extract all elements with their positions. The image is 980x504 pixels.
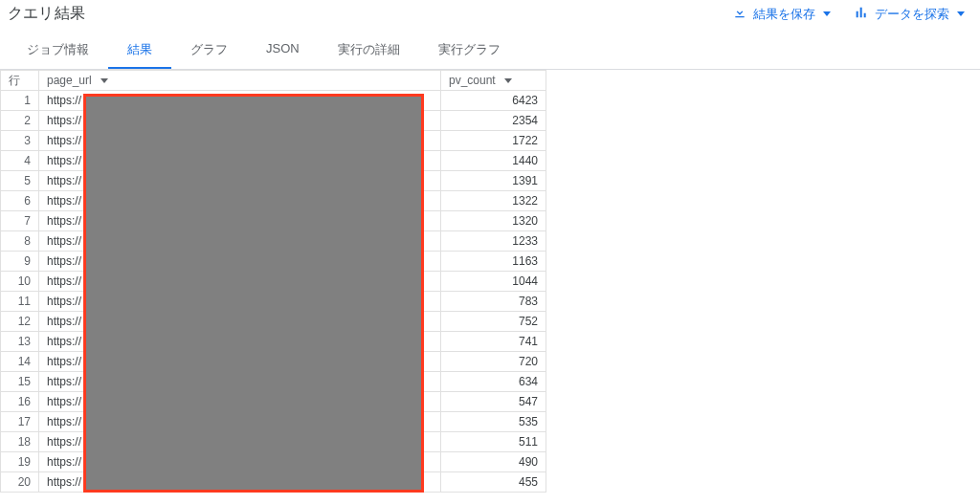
table-row[interactable]: 7https://1320 [1, 211, 546, 231]
col-header-pv-count[interactable]: pv_count [441, 71, 546, 91]
table-row[interactable]: 16https://547 [1, 392, 546, 412]
cell-pv-count: 1322 [441, 191, 546, 211]
results-table-wrap: 行 page_url pv_count 1https://64232https:… [0, 70, 980, 493]
cell-page-url: https:// [39, 412, 441, 432]
save-results-button[interactable]: 結果を保存 [732, 5, 831, 23]
cell-rownum: 13 [1, 332, 39, 352]
cell-rownum: 15 [1, 372, 39, 392]
cell-page-url: https:// [39, 352, 441, 372]
cell-page-url: https:// [39, 191, 441, 211]
col-header-page-url-label: page_url [47, 74, 92, 87]
table-row[interactable]: 10https://1044 [1, 272, 546, 292]
cell-page-url: https:// [39, 151, 441, 171]
chevron-down-icon [823, 11, 831, 16]
cell-rownum: 17 [1, 412, 39, 432]
table-row[interactable]: 14https://720 [1, 352, 546, 372]
table-row[interactable]: 20https://455 [1, 472, 546, 493]
cell-pv-count: 6423 [441, 91, 546, 111]
results-table: 行 page_url pv_count 1https://64232https:… [0, 70, 546, 493]
cell-pv-count: 752 [441, 312, 546, 332]
explore-data-button[interactable]: データを探索 [854, 5, 965, 23]
tab-graph[interactable]: グラフ [171, 32, 247, 69]
result-tabs: ジョブ情報 結果 グラフ JSON 実行の詳細 実行グラフ [0, 32, 980, 70]
cell-rownum: 19 [1, 452, 39, 472]
sort-icon [100, 78, 108, 83]
cell-rownum: 20 [1, 472, 39, 493]
cell-page-url: https:// [39, 252, 441, 272]
cell-rownum: 14 [1, 352, 39, 372]
cell-rownum: 6 [1, 191, 39, 211]
table-row[interactable]: 6https://1322 [1, 191, 546, 211]
table-row[interactable]: 19https://490 [1, 452, 546, 472]
cell-rownum: 10 [1, 272, 39, 292]
chart-icon [854, 5, 869, 23]
cell-pv-count: 741 [441, 332, 546, 352]
cell-pv-count: 1391 [441, 171, 546, 191]
table-row[interactable]: 11https://783 [1, 292, 546, 312]
tab-exec-graph[interactable]: 実行グラフ [419, 32, 520, 69]
cell-pv-count: 1440 [441, 151, 546, 171]
tab-exec-detail[interactable]: 実行の詳細 [319, 32, 419, 69]
table-row[interactable]: 5https://1391 [1, 171, 546, 191]
cell-pv-count: 1233 [441, 231, 546, 252]
cell-page-url: https:// [39, 231, 441, 252]
cell-page-url: https:// [39, 332, 441, 352]
table-header-row: 行 page_url pv_count [1, 71, 546, 91]
cell-page-url: https:// [39, 452, 441, 472]
header-actions: 結果を保存 データを探索 [732, 5, 965, 23]
cell-page-url: https:// [39, 272, 441, 292]
cell-pv-count: 720 [441, 352, 546, 372]
cell-rownum: 18 [1, 432, 39, 452]
cell-page-url: https:// [39, 472, 441, 493]
tab-results[interactable]: 結果 [108, 32, 171, 69]
col-header-row[interactable]: 行 [1, 71, 39, 91]
cell-pv-count: 547 [441, 392, 546, 412]
table-row[interactable]: 1https://6423 [1, 91, 546, 111]
cell-rownum: 9 [1, 252, 39, 272]
table-row[interactable]: 3https://1722 [1, 131, 546, 151]
table-row[interactable]: 9https://1163 [1, 252, 546, 272]
cell-rownum: 11 [1, 292, 39, 312]
table-row[interactable]: 8https://1233 [1, 231, 546, 252]
table-row[interactable]: 17https://535 [1, 412, 546, 432]
cell-page-url: https:// [39, 131, 441, 151]
table-row[interactable]: 15https://634 [1, 372, 546, 392]
cell-pv-count: 1320 [441, 211, 546, 231]
cell-page-url: https:// [39, 392, 441, 412]
tab-json[interactable]: JSON [247, 32, 319, 69]
results-header: クエリ結果 結果を保存 データを探索 [0, 0, 980, 32]
tab-job-info[interactable]: ジョブ情報 [8, 32, 108, 69]
cell-pv-count: 490 [441, 452, 546, 472]
cell-pv-count: 1722 [441, 131, 546, 151]
chevron-down-icon [957, 11, 965, 16]
cell-page-url: https:// [39, 171, 441, 191]
cell-rownum: 16 [1, 392, 39, 412]
table-row[interactable]: 13https://741 [1, 332, 546, 352]
table-row[interactable]: 18https://511 [1, 432, 546, 452]
cell-rownum: 12 [1, 312, 39, 332]
col-header-pv-count-label: pv_count [449, 74, 496, 87]
cell-pv-count: 455 [441, 472, 546, 493]
cell-rownum: 4 [1, 151, 39, 171]
table-row[interactable]: 4https://1440 [1, 151, 546, 171]
cell-rownum: 7 [1, 211, 39, 231]
col-header-page-url[interactable]: page_url [39, 71, 441, 91]
cell-pv-count: 535 [441, 412, 546, 432]
cell-rownum: 8 [1, 231, 39, 252]
sort-icon [504, 78, 512, 83]
cell-page-url: https:// [39, 211, 441, 231]
cell-page-url: https:// [39, 432, 441, 452]
cell-page-url: https:// [39, 111, 441, 131]
cell-pv-count: 511 [441, 432, 546, 452]
table-row[interactable]: 2https://2354 [1, 111, 546, 131]
cell-page-url: https:// [39, 312, 441, 332]
explore-data-label: データを探索 [875, 6, 949, 23]
cell-pv-count: 1044 [441, 272, 546, 292]
cell-rownum: 1 [1, 91, 39, 111]
cell-page-url: https:// [39, 91, 441, 111]
cell-rownum: 3 [1, 131, 39, 151]
download-icon [732, 5, 747, 23]
table-row[interactable]: 12https://752 [1, 312, 546, 332]
cell-pv-count: 2354 [441, 111, 546, 131]
cell-pv-count: 634 [441, 372, 546, 392]
